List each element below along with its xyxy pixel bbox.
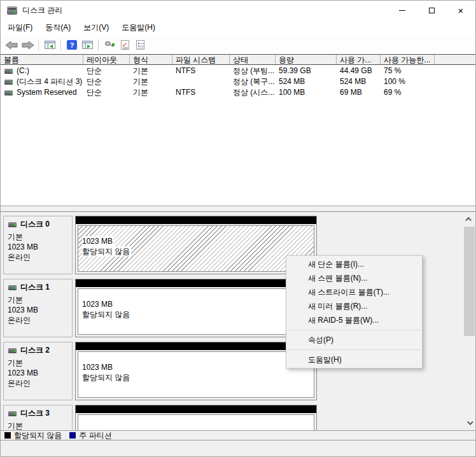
help-icon: ? — [67, 40, 77, 50]
primary-partition-swatch — [69, 432, 76, 439]
column-free-space[interactable]: 사용 가... — [337, 55, 381, 64]
menu-action[interactable]: 동작(A) — [39, 20, 77, 36]
disk-type: 기본 — [8, 421, 72, 430]
menu-view[interactable]: 보기(V) — [77, 20, 115, 36]
toolbar-separator — [60, 39, 61, 51]
show-console-tree-button[interactable] — [42, 38, 57, 52]
pane-splitter[interactable] — [1, 206, 475, 212]
disk-3-label-panel[interactable]: 디스크 3 기본 — [3, 405, 73, 430]
menu-file[interactable]: 파일(F) — [1, 20, 39, 36]
scroll-up-button[interactable] — [464, 214, 475, 225]
app-icon — [7, 6, 17, 15]
menu-separator — [288, 330, 421, 330]
console-tree-icon — [45, 41, 55, 49]
column-capacity[interactable]: 용량 — [276, 55, 337, 64]
disk-size: 1023 MB — [8, 305, 72, 315]
disk-3-partition[interactable] — [75, 405, 317, 430]
disk-2-label-panel[interactable]: 디스크 2 기본 1023 MB 온라인 — [3, 342, 73, 400]
check-document-icon: ✓ — [121, 40, 129, 50]
partition-body-selected[interactable]: 1023 MB 할당되지 않음 — [78, 225, 314, 272]
menu-item-new-simple-volume[interactable]: 새 단순 볼륨(I)... — [286, 257, 422, 271]
table-row[interactable]: (C:) 단순 기본 NTFS 정상 (부팅... 59.39 GB 44.49… — [1, 66, 475, 76]
disk-1-label-panel[interactable]: 디스크 1 기본 1023 MB 온라인 — [3, 279, 73, 337]
menu-item-help[interactable]: 도움말(H) — [286, 353, 422, 367]
titlebar: 디스크 관리 × — [1, 1, 475, 20]
disk-name: 디스크 2 — [20, 345, 50, 356]
volume-filesystem — [172, 76, 230, 87]
primary-partition-legend-label: 주 파티션 — [79, 430, 111, 441]
partition-label: 할당되지 않음 — [82, 372, 130, 383]
disk-2-partition[interactable]: 1023 MB 할당되지 않음 — [75, 342, 317, 400]
maximize-button[interactable] — [417, 1, 446, 20]
volume-icon — [4, 90, 13, 95]
scrollbar-thumb[interactable] — [464, 227, 475, 336]
disk-management-window: 디스크 관리 × 파일(F) 동작(A) 보기(V) 도움말(H) ? — [0, 0, 476, 457]
partition-body[interactable] — [78, 414, 314, 430]
table-row[interactable]: System Reserved 단순 기본 NTFS 정상 (시스... 100… — [1, 87, 475, 98]
partition-body[interactable]: 1023 MB 할당되지 않음 — [78, 351, 314, 398]
forward-button[interactable] — [20, 38, 35, 52]
volume-free: 524 MB — [337, 76, 381, 87]
volume-status: 정상 (부팅... — [230, 66, 276, 76]
menu-item-properties[interactable]: 속성(P) — [286, 333, 422, 347]
disk-0-partition[interactable]: 1023 MB 할당되지 않음 — [75, 216, 317, 274]
partition-label: 할당되지 않음 — [82, 246, 131, 257]
column-status[interactable]: 상태 — [230, 55, 276, 64]
menu-help[interactable]: 도움말(H) — [115, 20, 162, 36]
disk-size: 1023 MB — [8, 242, 72, 252]
disk-type: 기본 — [8, 295, 72, 305]
toolbar-separator — [98, 39, 99, 51]
statusbar — [1, 440, 475, 457]
unallocated-band — [76, 342, 316, 350]
volume-free: 44.49 GB — [337, 66, 381, 76]
scroll-down-button[interactable] — [464, 418, 475, 428]
menu-item-new-raid5-volume[interactable]: 새 RAID-5 볼륨(W)... — [286, 313, 422, 327]
disk-icon — [8, 411, 17, 416]
export-list-button[interactable] — [132, 38, 148, 52]
disk-name: 디스크 3 — [20, 408, 50, 419]
volume-percent-free: 69 % — [381, 87, 435, 98]
menu-item-new-striped-volume[interactable]: 새 스트라이프 볼륨(T)... — [286, 285, 422, 299]
volume-status: 정상 (복구... — [230, 76, 276, 87]
column-type[interactable]: 형식 — [130, 55, 172, 64]
vertical-scrollbar[interactable] — [464, 214, 475, 428]
volume-layout: 단순 — [83, 87, 130, 98]
partition-size: 1023 MB — [82, 299, 113, 309]
column-percent-free[interactable]: 사용 가능한... — [381, 55, 435, 64]
disk-status: 온라인 — [8, 252, 72, 262]
column-layout[interactable]: 레이아웃 — [83, 55, 130, 64]
show-action-pane-button[interactable] — [80, 38, 95, 52]
unallocated-band — [76, 405, 316, 413]
toolbar: ? ✓ — [1, 36, 475, 55]
volume-filesystem: NTFS — [172, 66, 230, 76]
column-filesystem[interactable]: 파일 시스템 — [172, 55, 230, 64]
maximize-icon — [429, 8, 435, 13]
minimize-icon — [399, 10, 405, 11]
properties-button[interactable]: ✓ — [117, 38, 132, 52]
disk-row-3: 디스크 3 기본 — [3, 405, 465, 430]
back-button[interactable] — [4, 38, 20, 52]
menu-item-new-mirrored-volume[interactable]: 새 미러 볼륨(R)... — [286, 299, 422, 313]
disk-type: 기본 — [8, 358, 72, 368]
disk-1-partition[interactable]: 1023 MB 할당되지 않음 — [75, 279, 317, 337]
volume-layout: 단순 — [83, 66, 130, 76]
help-button[interactable]: ? — [64, 38, 80, 52]
menu-item-new-spanned-volume[interactable]: 새 스팬 볼륨(N)... — [286, 271, 422, 285]
table-row[interactable]: (디스크 4 파티션 3) 단순 기본 정상 (복구... 524 MB 524… — [1, 76, 475, 87]
column-volume[interactable]: 볼륨 — [1, 55, 83, 64]
refresh-button[interactable] — [102, 38, 117, 52]
close-button[interactable]: × — [446, 1, 475, 20]
disk-name: 디스크 0 — [20, 219, 50, 230]
disk-type: 기본 — [8, 232, 72, 242]
back-icon — [6, 41, 18, 50]
volume-name: (디스크 4 파티션 3) — [17, 78, 82, 86]
unallocated-legend-label: 할당되지 않음 — [14, 430, 62, 441]
magnifier-icon — [104, 40, 115, 50]
partition-body[interactable]: 1023 MB 할당되지 않음 — [78, 288, 314, 335]
partition-size: 1023 MB — [82, 236, 114, 246]
minimize-button[interactable] — [388, 1, 417, 20]
volume-percent-free: 75 % — [381, 66, 435, 76]
disk-size: 1023 MB — [8, 368, 72, 378]
volume-table-body: (C:) 단순 기본 NTFS 정상 (부팅... 59.39 GB 44.49… — [1, 66, 475, 98]
disk-0-label-panel[interactable]: 디스크 0 기본 1023 MB 온라인 — [3, 216, 73, 274]
